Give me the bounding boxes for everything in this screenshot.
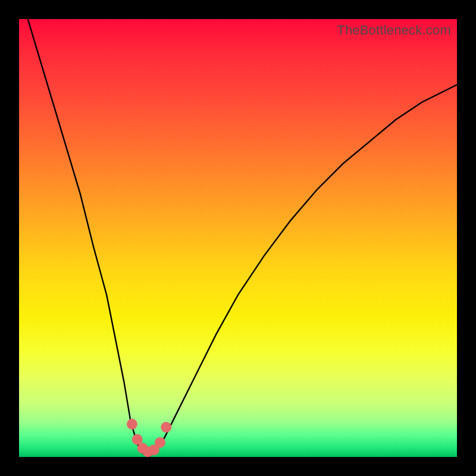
plot-area: TheBottleneck.com — [19, 19, 457, 457]
curve-marker — [127, 419, 137, 430]
curve-path — [28, 19, 457, 457]
chart-frame: TheBottleneck.com — [0, 0, 476, 476]
curve-marker — [161, 422, 171, 433]
curve-marker — [155, 437, 165, 448]
bottleneck-curve — [19, 19, 457, 457]
